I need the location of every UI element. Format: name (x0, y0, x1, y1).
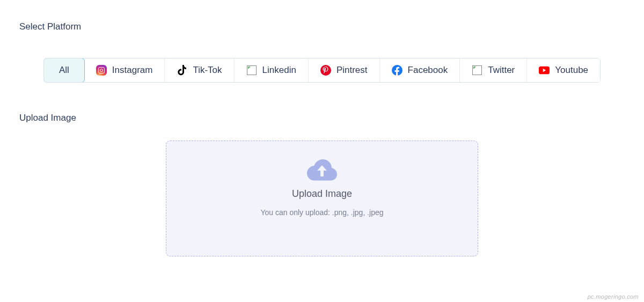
platform-tab-label: Facebook (408, 65, 448, 76)
platform-tabs: All Instagram Tik-Tok Linkedin Pintrest (43, 58, 601, 83)
twitter-icon (472, 65, 482, 76)
select-platform-title: Select Platform (19, 21, 625, 32)
upload-zone-title: Upload Image (292, 188, 352, 200)
platform-tab-label: Linkedin (262, 65, 296, 76)
platform-tab-youtube[interactable]: Youtube (527, 58, 600, 82)
linkedin-icon (246, 65, 257, 76)
platform-tab-label: Instagram (112, 65, 153, 76)
pinterest-icon (320, 65, 331, 76)
platform-tab-instagram[interactable]: Instagram (84, 58, 165, 82)
cloud-upload-icon (305, 156, 339, 182)
upload-row: Upload Image You can only upload: .png, … (19, 141, 625, 256)
platform-tab-facebook[interactable]: Facebook (380, 58, 460, 82)
platform-tab-label: Tik-Tok (193, 65, 222, 76)
platform-tab-label: Pintrest (336, 65, 368, 76)
upload-zone-hint: You can only upload: .png, .jpg, .jpeg (260, 207, 383, 218)
platform-tab-label: Twitter (488, 65, 515, 76)
svg-point-0 (320, 65, 331, 76)
platform-tab-all[interactable]: All (43, 58, 85, 83)
upload-dropzone[interactable]: Upload Image You can only upload: .png, … (166, 141, 478, 256)
platform-tab-label: Youtube (555, 65, 588, 76)
tiktok-icon (177, 65, 187, 76)
platform-tab-pinterest[interactable]: Pintrest (309, 58, 380, 82)
watermark-text: pc.mogeringo.com (588, 293, 639, 300)
platform-tab-twitter[interactable]: Twitter (460, 58, 527, 82)
youtube-icon (539, 65, 550, 76)
instagram-icon (96, 65, 107, 76)
platform-tabs-row: All Instagram Tik-Tok Linkedin Pintrest (19, 58, 625, 83)
platform-tab-label: All (59, 65, 69, 76)
platform-tab-tiktok[interactable]: Tik-Tok (165, 58, 234, 82)
platform-tab-linkedin[interactable]: Linkedin (235, 58, 309, 82)
facebook-icon (392, 65, 402, 76)
upload-image-section-title: Upload Image (19, 113, 625, 123)
